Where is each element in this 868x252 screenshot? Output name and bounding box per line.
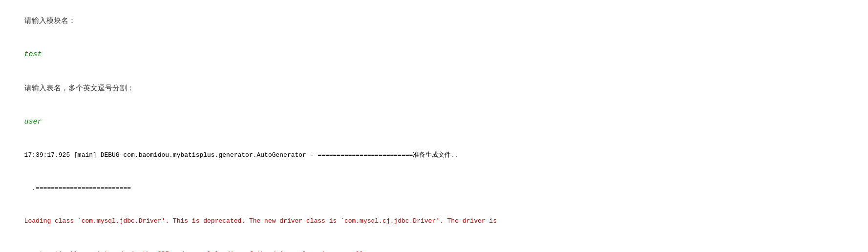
value-module-text: test	[24, 50, 42, 59]
error-1-line: Loading class `com.mysql.jdbc.Driver'. T…	[8, 205, 860, 238]
debug-1-text: 17:39:17.925 [main] DEBUG com.baomidou.m…	[24, 151, 459, 159]
debug-1b-text: .=========================	[24, 185, 131, 192]
debug-1-line: 17:39:17.925 [main] DEBUG com.baomidou.m…	[8, 139, 860, 172]
prompt-table-line: 请输入表名，多个英文逗号分割：	[8, 71, 860, 105]
value-module-line: test	[8, 38, 860, 71]
prompt-module-line: 请输入模块名：	[8, 4, 860, 38]
error-1-text: Loading class `com.mysql.jdbc.Driver'. T…	[24, 217, 497, 225]
value-table-line: user	[8, 105, 860, 139]
prompt-module-label: 请输入模块名：	[24, 16, 76, 24]
error-2-line: automatically registered via the SPI and…	[8, 238, 860, 252]
value-table-text: user	[24, 118, 42, 126]
prompt-table-label: 请输入表名，多个英文逗号分割：	[24, 84, 134, 92]
debug-1b-line: .=========================	[8, 171, 860, 205]
console-container: 请输入模块名： test 请输入表名，多个英文逗号分割： user 17:39:…	[0, 0, 868, 252]
